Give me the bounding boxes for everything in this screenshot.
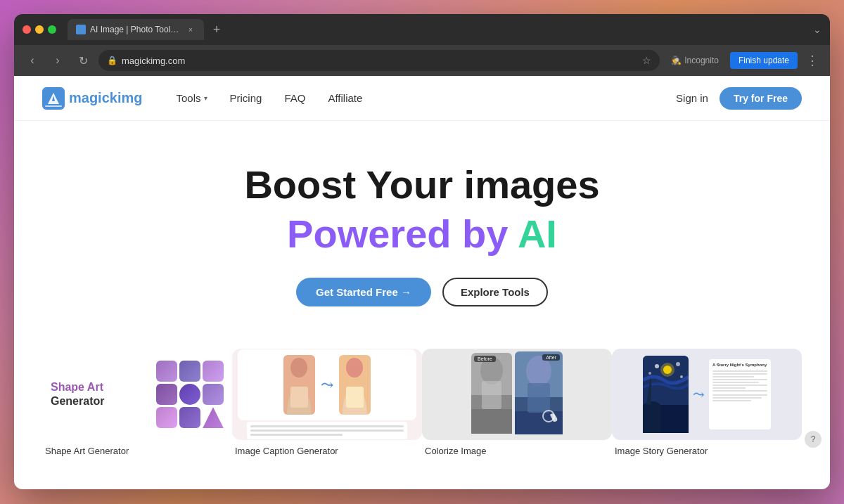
colorize-before-image: [471, 353, 512, 434]
story-card[interactable]: ⤳ A Starry Night's Symphony: [612, 349, 802, 440]
story-line: [712, 394, 767, 396]
explore-tools-button[interactable]: Explore Tools: [442, 278, 548, 306]
arrow-right-icon: ⤳: [321, 376, 333, 394]
logo-text-magick: magick: [69, 90, 117, 105]
nav-pricing[interactable]: Pricing: [230, 92, 262, 104]
caption-line: [250, 429, 404, 432]
incognito-label: Incognito: [684, 56, 719, 65]
svg-rect-14: [482, 381, 501, 409]
caption-line: [250, 425, 404, 427]
tool-card-story: ⤳ A Starry Night's Symphony: [612, 349, 802, 456]
caption-person-after: [339, 355, 371, 415]
tool-card-shape-art: Shape Art Generator S: [42, 349, 232, 456]
logo-text: magickimg: [69, 90, 143, 106]
story-painting-image: [643, 356, 689, 433]
svg-point-25: [676, 362, 680, 366]
shape-art-card[interactable]: Shape Art Generator: [42, 349, 232, 440]
story-line: [712, 379, 767, 380]
colorize-after-image: [515, 351, 563, 434]
shape-art-text: Shape Art Generator: [51, 381, 104, 408]
help-button[interactable]: ?: [805, 431, 821, 448]
colorize-before-container: Before: [471, 353, 512, 437]
logo-icon: [42, 87, 65, 110]
caption-card[interactable]: ⤳: [232, 349, 422, 440]
lock-icon: 🔒: [107, 56, 117, 65]
story-title-text: A Starry Night's Symphony: [712, 363, 767, 368]
shape-item: [203, 361, 224, 382]
story-label: Image Story Generator: [612, 446, 708, 456]
browser-titlebar: AI Image | Photo Tools - Gen... × + ⌄: [14, 14, 830, 45]
chevron-down-icon: ▾: [204, 94, 207, 102]
maximize-window-button[interactable]: [48, 25, 56, 34]
shape-art-title-bottom: Generator: [51, 395, 104, 408]
hero-title-line1: Boost Your images: [244, 163, 599, 207]
story-line: [712, 376, 754, 377]
shape-item: [156, 361, 177, 382]
browser-more-button[interactable]: ⋮: [803, 53, 821, 68]
shape-art-grid: [156, 361, 224, 428]
tools-section: Shape Art Generator S: [14, 335, 830, 456]
colorize-after-container: After: [515, 351, 563, 437]
browser-expand-button[interactable]: ⌄: [813, 24, 821, 35]
shape-art-label: Shape Art Generator: [42, 446, 129, 456]
url-text: magickimg.com: [122, 56, 638, 66]
nav-tools[interactable]: Tools ▾: [177, 92, 207, 104]
browser-toolbar: ‹ › ↻ 🔒 magickimg.com ☆ 🕵️ Incognito Fin…: [14, 45, 830, 76]
svg-point-23: [660, 363, 674, 377]
tab-title: AI Image | Photo Tools - Gen...: [90, 25, 181, 34]
colorize-card[interactable]: Before Af: [422, 349, 612, 440]
svg-rect-19: [528, 383, 550, 413]
hero-ai-text: AI: [518, 212, 557, 256]
caption-text-block: [247, 422, 408, 439]
site-logo[interactable]: magickimg: [42, 87, 143, 110]
address-bar[interactable]: 🔒 magickimg.com ☆: [98, 50, 660, 71]
svg-rect-3: [45, 105, 62, 107]
logo-text-img: img: [117, 90, 143, 105]
nav-affiliate[interactable]: Affiliate: [328, 92, 362, 104]
shape-item: [203, 384, 224, 405]
shape-item: [203, 407, 224, 428]
close-window-button[interactable]: [23, 25, 31, 34]
caption-label: Image Caption Generator: [232, 446, 338, 456]
svg-rect-6: [290, 387, 308, 408]
incognito-indicator: 🕵️ Incognito: [665, 53, 724, 68]
hero-section: Boost Your images Powered by AI Get Star…: [14, 121, 830, 335]
forward-button[interactable]: ›: [48, 51, 68, 70]
story-line: [712, 390, 767, 392]
story-line: [712, 373, 767, 375]
tab-close-button[interactable]: ×: [186, 25, 196, 34]
sign-in-link[interactable]: Sign in: [676, 92, 708, 104]
tab-bar: AI Image | Photo Tools - Gen... × +: [68, 19, 807, 40]
story-line: [712, 387, 746, 389]
site-nav: Tools ▾ Pricing FAQ Affiliate: [177, 92, 677, 104]
story-line: [712, 370, 767, 372]
incognito-icon: 🕵️: [671, 56, 682, 65]
story-line: [712, 382, 759, 383]
traffic-lights: [23, 25, 56, 34]
colorize-label: Colorize Image: [422, 446, 486, 456]
caption-inner: ⤳: [238, 349, 416, 420]
svg-point-24: [655, 364, 659, 368]
svg-point-27: [680, 375, 683, 378]
bookmark-icon[interactable]: ☆: [642, 55, 651, 66]
hero-buttons: Get Started Free → Explore Tools: [296, 278, 548, 306]
active-tab[interactable]: AI Image | Photo Tools - Gen... ×: [68, 19, 204, 40]
svg-point-26: [648, 372, 651, 375]
new-tab-button[interactable]: +: [207, 20, 226, 39]
caption-line: [250, 434, 343, 436]
tool-card-caption: ⤳ Image Capt: [232, 349, 422, 456]
back-button[interactable]: ‹: [23, 51, 42, 70]
shape-item: [179, 361, 200, 382]
minimize-window-button[interactable]: [35, 25, 44, 34]
nav-faq[interactable]: FAQ: [284, 92, 305, 104]
get-started-button[interactable]: Get Started Free →: [296, 278, 431, 306]
story-line: [712, 400, 751, 401]
shape-art-title-top: Shape Art: [51, 381, 104, 394]
story-line: [712, 397, 762, 399]
refresh-button[interactable]: ↻: [73, 51, 93, 70]
finish-update-button[interactable]: Finish update: [730, 52, 798, 69]
try-free-button[interactable]: Try for Free: [720, 87, 802, 110]
site-navbar: magickimg Tools ▾ Pricing FAQ Affiliate …: [14, 76, 830, 121]
shape-item: [156, 384, 177, 405]
tab-favicon: [76, 25, 86, 34]
